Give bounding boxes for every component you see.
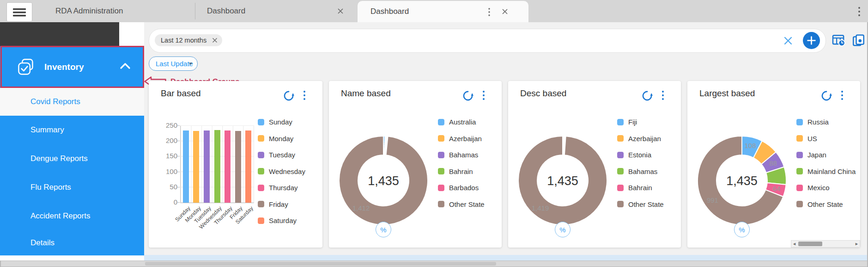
legend-item-friday[interactable]: Friday — [258, 200, 288, 208]
y-axis-tick-mark — [177, 141, 180, 141]
chip-remove-icon[interactable] — [212, 37, 218, 43]
legend-swatch — [438, 135, 444, 142]
bar-saturday[interactable] — [245, 130, 251, 203]
bar-chart-plot — [180, 125, 254, 203]
card-kebab-icon[interactable] — [303, 90, 306, 100]
y-axis-tick-label: 50 — [154, 183, 177, 191]
dashboard-card-name-based: Name based81,4121,435%AustraliaAzerbaija… — [329, 81, 502, 248]
close-icon[interactable] — [337, 8, 344, 14]
sidebar-item-summary[interactable]: Summary — [0, 116, 144, 144]
legend-item-mainland-china[interactable]: Mainland China — [796, 168, 856, 175]
legend-item-bahamas[interactable]: Bahamas — [438, 151, 478, 159]
sidebar-item-label: Flu Reports — [30, 183, 71, 192]
tab-rda-administration[interactable]: RDA Administration — [33, 0, 217, 22]
close-icon[interactable] — [502, 8, 508, 15]
inventory-icon — [17, 58, 35, 76]
refresh-icon[interactable] — [641, 90, 653, 102]
sidebar-item-accident-reports[interactable]: Accident Reports — [0, 202, 144, 230]
sidebar-item-details[interactable]: Details — [0, 230, 144, 255]
bar-thursday[interactable] — [225, 130, 231, 203]
tab-kebab-icon[interactable] — [488, 7, 491, 17]
legend-item-bahamas[interactable]: Bahamas — [617, 168, 657, 175]
donut-center-total: 1,435 — [356, 174, 411, 188]
legend-item-thursday[interactable]: Thursday — [258, 184, 298, 192]
add-filter-button[interactable] — [803, 32, 820, 49]
card-horizontal-scrollbar[interactable]: ◄► — [791, 240, 860, 248]
percent-toggle-badge[interactable]: % — [555, 222, 571, 237]
scroll-left-arrow[interactable]: ◄ — [791, 241, 797, 247]
legend-item-russia[interactable]: Russia — [796, 118, 829, 126]
donut-slice-value-label: 64 — [773, 185, 781, 192]
tab-dashboard-2-active[interactable]: Dashboard — [358, 1, 528, 22]
scrollbar-thumb[interactable] — [145, 262, 496, 266]
legend-item-bahrain[interactable]: Bahrain — [617, 184, 652, 192]
scheduled-table-icon[interactable] — [832, 33, 846, 47]
legend-item-sunday[interactable]: Sunday — [258, 118, 292, 126]
tab-label: RDA Administration — [55, 6, 123, 16]
legend-item-other-state[interactable]: Other State — [438, 200, 485, 208]
legend-swatch — [258, 135, 264, 142]
refresh-icon[interactable] — [283, 90, 295, 102]
legend-item-monday[interactable]: Monday — [258, 135, 293, 143]
filter-chip-last-12-months[interactable]: Last 12 months — [155, 34, 222, 46]
legend-swatch — [258, 119, 264, 125]
legend-item-tuesday[interactable]: Tuesday — [258, 151, 295, 159]
legend-swatch — [617, 185, 624, 191]
tab-dashboard-1[interactable]: Dashboard — [195, 0, 369, 22]
legend-item-barbados[interactable]: Barbados — [438, 184, 479, 192]
chevron-up-icon[interactable] — [119, 62, 131, 70]
sidebar-item-flu-reports[interactable]: Flu Reports — [0, 173, 144, 202]
legend-item-other-state[interactable]: Other State — [617, 200, 664, 208]
y-axis-tick-label: 200 — [154, 137, 177, 144]
legend-label: Wednesday — [269, 168, 305, 175]
bar-tuesday[interactable] — [204, 130, 210, 203]
y-axis-tick-mark — [177, 202, 180, 203]
dashboard-card-bar-based: Bar based050100150200250SundayMondayTues… — [149, 81, 322, 248]
bar-sunday[interactable] — [183, 130, 189, 203]
sidebar-item-label: Details — [30, 238, 55, 248]
legend-item-estonia[interactable]: Estonia — [617, 151, 651, 159]
bar-wednesday[interactable] — [214, 130, 220, 203]
refresh-icon[interactable] — [462, 90, 474, 102]
legend-item-mexico[interactable]: Mexico — [796, 184, 830, 192]
caret-down-icon — [188, 62, 193, 65]
legend-item-other-state[interactable]: Other State — [796, 200, 843, 208]
y-axis-tick-label: 250 — [154, 121, 177, 129]
sidebar-item-list: Covid ReportsSummaryDengue ReportsFlu Re… — [0, 88, 144, 255]
card-kebab-icon[interactable] — [662, 90, 664, 100]
scroll-right-arrow[interactable]: ► — [854, 241, 860, 247]
legend-item-us[interactable]: US — [796, 135, 817, 143]
legend-label: Tuesday — [269, 151, 295, 159]
legend-label: Australia — [449, 118, 476, 126]
donut-slice-value-label: 1,419 — [532, 204, 549, 212]
refresh-icon[interactable] — [820, 90, 832, 102]
legend-label: Bahrain — [449, 168, 473, 175]
percent-toggle-badge[interactable]: % — [734, 222, 750, 237]
copy-dashboard-icon[interactable] — [851, 33, 866, 47]
sidebar: Inventory Covid ReportsSummaryDengue Rep… — [0, 22, 144, 261]
window-kebab-icon[interactable] — [858, 6, 861, 17]
hamburger-menu-button[interactable] — [6, 2, 32, 22]
last-update-dropdown[interactable]: Last Update — [149, 56, 198, 71]
legend-item-japan[interactable]: Japan — [796, 151, 826, 159]
sidebar-group-inventory[interactable]: Inventory — [0, 46, 144, 88]
legend-item-azerbaijan[interactable]: Azerbaijan — [617, 135, 661, 143]
legend-label: Saturday — [269, 217, 297, 224]
legend-item-azerbaijan[interactable]: Azerbaijan — [438, 135, 482, 143]
sidebar-item-dengue-reports[interactable]: Dengue Reports — [0, 144, 144, 173]
card-kebab-icon[interactable] — [841, 90, 844, 100]
sidebar-item-covid-reports[interactable]: Covid Reports — [0, 88, 144, 116]
horizontal-scrollbar[interactable] — [1, 261, 867, 267]
clear-filters-icon[interactable] — [783, 36, 793, 46]
legend-item-fiji[interactable]: Fiji — [617, 118, 637, 126]
bar-monday[interactable] — [193, 131, 199, 203]
card-kebab-icon[interactable] — [482, 90, 485, 100]
legend-item-wednesday[interactable]: Wednesday — [258, 168, 305, 175]
legend-item-australia[interactable]: Australia — [438, 118, 476, 126]
bar-friday[interactable] — [235, 131, 241, 203]
legend-item-bahrain[interactable]: Bahrain — [438, 168, 473, 175]
legend-swatch — [796, 168, 803, 174]
percent-toggle-badge[interactable]: % — [376, 222, 391, 237]
scrollbar-thumb[interactable] — [798, 242, 822, 246]
legend-item-saturday[interactable]: Saturday — [258, 217, 297, 224]
